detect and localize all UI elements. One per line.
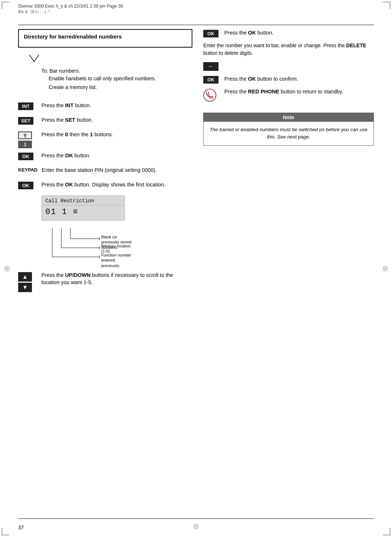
step-text-int: Press the INT button. (41, 102, 192, 109)
step-text-01: Press the 0 then the 1 buttons. (41, 131, 192, 138)
one-badge: 1 (18, 141, 32, 148)
step-badge-keypad: KEYPAD (18, 166, 37, 173)
footer-divider (18, 518, 374, 519)
step-ok-2: OK Press the OK button. Display shows th… (18, 181, 192, 192)
step-text-set: Press the SET button. (41, 116, 192, 124)
rok2-badge: OK (203, 76, 219, 84)
step-keypad: KEYPAD Enter the base station PIN (origi… (18, 166, 192, 177)
cr-title: Call Restriction (42, 196, 124, 205)
right-badge-ok2: OK (203, 75, 220, 84)
cr-display: 01 1 ≡ (42, 205, 124, 220)
step-badge-set: SET (18, 116, 37, 125)
header-text: Diverse 3000 Exec h_s & ch 22/3/01 2:38 … (18, 4, 123, 9)
right-step-ok2: OK Press the OK button to confirm. (203, 75, 374, 84)
phone-icon (203, 89, 216, 102)
page-number: 37 (18, 525, 24, 530)
call-restriction-box: Call Restriction 01 1 ≡ (41, 195, 125, 221)
right-step-phone: Press the RED PHONE button to return to … (203, 88, 374, 102)
directory-content: To: Bar numbers. Enable handsets to call… (41, 68, 192, 91)
step-set: SET Press the SET button. (18, 116, 192, 127)
reg-mark-right: ⊕ (382, 265, 388, 272)
right-step-ok1: OK Press the OK button. (203, 29, 374, 37)
zero-badge: 0̲ (18, 132, 32, 139)
up-arrow: ▲ (18, 272, 32, 282)
crop-mark-tl (2, 2, 9, 9)
right-text-phone: Press the RED PHONE button to return to … (224, 88, 374, 95)
set-badge: SET (18, 117, 33, 125)
step-badge-updown: ▲ ▼ (18, 271, 37, 292)
left-column: Directory for barred/enabled numbers To:… (18, 29, 192, 515)
step-ok-1: OK Press the OK button. (18, 152, 192, 163)
directory-item-2: Create a memory list. (49, 84, 192, 91)
down-arrow: ▼ (18, 283, 32, 292)
crop-mark-tr (383, 2, 390, 9)
keypad-label: KEYPAD (18, 167, 37, 173)
step-updown: ▲ ▼ Press the UP/DOWN buttons if necessa… (18, 271, 192, 292)
rok1-badge: OK (203, 30, 219, 37)
right-badge-phone (203, 88, 220, 102)
note-text: The barred or enabled numbers must be sw… (204, 122, 373, 145)
header-divider (18, 25, 374, 25)
cr-label-3: Function number entered previously. (101, 253, 134, 268)
reg-mark-left: ⊕ (4, 265, 10, 272)
step-int: INT Press the INT button. (18, 102, 192, 113)
right-step-delete: ← (203, 61, 374, 71)
step-text-keypad: Enter the base station PIN (original set… (42, 166, 192, 174)
step-text-ok1: Press the OK button. (41, 152, 192, 159)
crop-mark-br (383, 528, 390, 535)
crop-mark-bl (2, 528, 9, 535)
to-label: To: Bar numbers. (41, 68, 192, 74)
step-badge-ok2: OK (18, 181, 37, 189)
header-line2: $% & ' ($ )+ , - ( .* (18, 9, 374, 14)
directory-box-title: Directory for barred/enabled numbers (24, 33, 187, 40)
steps: INT Press the INT button. SET Press the … (18, 102, 192, 192)
right-column: OK Press the OK button. Enter the number… (192, 29, 374, 515)
step-text-updown: Press the UP/DOWN buttons if necessary t… (41, 271, 192, 286)
arrow-stack: ▲ ▼ (18, 272, 32, 292)
step-badge-int: INT (18, 102, 37, 110)
reg-mark-bottom: ⊕ (193, 522, 199, 531)
note-text-italic: The barred or enabled numbers must be sw… (209, 127, 367, 140)
note-title: Note (204, 113, 373, 122)
header-line1: Diverse 3000 Exec h_s & ch 22/3/01 2:38 … (18, 4, 374, 9)
right-text-ok2: Press the OK button to confirm. (224, 75, 374, 82)
right-description: Enter the number you want to bar, enable… (203, 42, 374, 57)
directory-arrow (29, 55, 192, 66)
delete-badge: ← (203, 62, 219, 71)
step-badge-01: 0̲ 1 (18, 131, 37, 148)
phone-svg (206, 92, 213, 99)
directory-item-1: Enable handsets to call only specified n… (49, 75, 192, 82)
ok1-badge: OK (18, 153, 33, 160)
step-01: 0̲ 1 Press the 0 then the 1 buttons. (18, 131, 192, 148)
ok2-badge: OK (18, 182, 33, 189)
cr-diagram: Blank (or previously stored numbers. Mem… (41, 224, 136, 268)
note-box: Note The barred or enabled numbers must … (203, 113, 374, 146)
main-content: Directory for barred/enabled numbers To:… (18, 29, 374, 515)
right-text-ok1: Press the OK button. (224, 29, 374, 36)
int-badge: INT (18, 102, 33, 110)
right-badge-ok1: OK (203, 29, 220, 37)
header: Diverse 3000 Exec h_s & ch 22/3/01 2:38 … (18, 4, 374, 14)
right-badge-delete: ← (203, 61, 220, 71)
arrow-inner (30, 55, 38, 61)
step-badge-ok1: OK (18, 152, 37, 160)
step-text-ok2: Press the OK button. Display shows the f… (41, 181, 192, 188)
directory-box: Directory for barred/enabled numbers (18, 29, 192, 48)
